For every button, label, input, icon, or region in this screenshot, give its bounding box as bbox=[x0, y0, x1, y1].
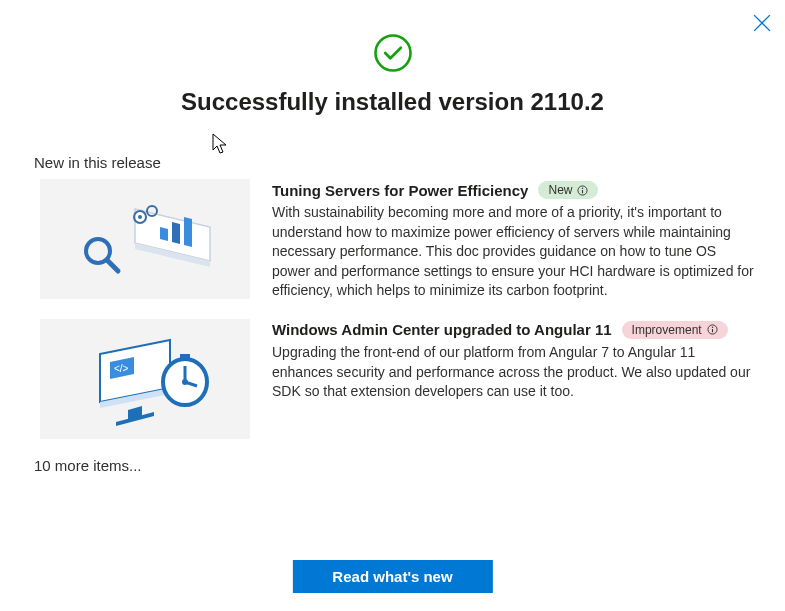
item-thumbnail: </> bbox=[40, 319, 250, 439]
svg-line-12 bbox=[107, 260, 118, 271]
svg-point-26 bbox=[182, 379, 188, 385]
success-icon bbox=[0, 32, 785, 74]
svg-text:</>: </> bbox=[114, 363, 129, 374]
release-item: </> Windows Admin Center upgraded to Ang… bbox=[40, 319, 757, 439]
item-title: Windows Admin Center upgraded to Angular… bbox=[272, 321, 612, 338]
item-body: Tuning Servers for Power Efficiency New … bbox=[272, 179, 757, 301]
item-title: Tuning Servers for Power Efficiency bbox=[272, 182, 528, 199]
info-icon bbox=[577, 185, 588, 196]
badge-improvement: Improvement bbox=[622, 321, 728, 339]
release-item: Tuning Servers for Power Efficiency New … bbox=[40, 179, 757, 301]
section-label: New in this release bbox=[34, 154, 785, 171]
svg-point-9 bbox=[138, 215, 142, 219]
badge-new: New bbox=[538, 181, 598, 199]
item-description: Upgrading the front-end of our platform … bbox=[272, 343, 757, 402]
read-whats-new-button[interactable]: Read what's new bbox=[292, 560, 492, 593]
item-description: With sustainability becoming more and mo… bbox=[272, 203, 757, 301]
page-title: Successfully installed version 2110.2 bbox=[0, 88, 785, 116]
more-items-label[interactable]: 10 more items... bbox=[34, 457, 785, 474]
badge-label: Improvement bbox=[632, 323, 702, 337]
item-thumbnail bbox=[40, 179, 250, 299]
svg-point-2 bbox=[375, 36, 410, 71]
release-items: Tuning Servers for Power Efficiency New … bbox=[40, 179, 757, 439]
svg-rect-23 bbox=[180, 354, 190, 360]
svg-marker-6 bbox=[172, 222, 180, 244]
close-button[interactable] bbox=[753, 14, 771, 32]
info-icon bbox=[707, 324, 718, 335]
svg-marker-5 bbox=[160, 227, 168, 241]
svg-point-15 bbox=[582, 187, 583, 188]
badge-label: New bbox=[548, 183, 572, 197]
svg-point-29 bbox=[711, 327, 712, 328]
item-body: Windows Admin Center upgraded to Angular… bbox=[272, 319, 757, 439]
close-icon bbox=[753, 14, 771, 32]
svg-marker-7 bbox=[184, 217, 192, 247]
